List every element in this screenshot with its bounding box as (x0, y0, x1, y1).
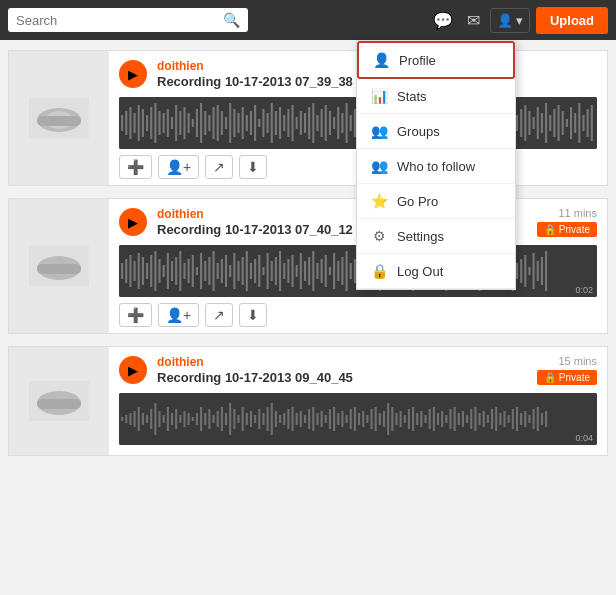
svg-rect-115 (578, 103, 580, 143)
track-user-2: doithien (157, 207, 353, 221)
svg-rect-174 (333, 253, 335, 289)
dropdown-item-groups[interactable]: 👥 Groups (357, 114, 515, 149)
dropdown-label-settings: Settings (397, 229, 444, 244)
download-btn-1[interactable]: ⬇ (239, 155, 267, 179)
svg-rect-329 (533, 409, 535, 429)
dropdown-item-settings[interactable]: ⚙ Settings (357, 219, 515, 254)
stats-icon: 📊 (371, 88, 387, 104)
play-button-2[interactable]: ▶ (119, 208, 147, 236)
svg-rect-42 (275, 111, 277, 135)
svg-rect-132 (158, 259, 160, 283)
svg-rect-250 (204, 413, 206, 425)
dropdown-item-stats[interactable]: 📊 Stats (357, 79, 515, 114)
svg-rect-290 (370, 409, 372, 429)
svg-rect-261 (250, 411, 252, 427)
chevron-down-icon: ▾ (516, 13, 523, 28)
svg-rect-24 (200, 103, 202, 143)
svg-rect-224 (541, 257, 543, 285)
svg-rect-33 (237, 113, 239, 133)
svg-rect-178 (350, 263, 352, 279)
follow-btn-2[interactable]: 👤+ (158, 303, 199, 327)
svg-rect-240 (163, 415, 165, 423)
svg-rect-22 (192, 119, 194, 127)
track-thumb-3 (9, 347, 109, 455)
svg-rect-269 (283, 413, 285, 425)
svg-rect-317 (483, 411, 485, 427)
dropdown-item-log-out[interactable]: 🔒 Log Out (357, 254, 515, 289)
svg-rect-237 (150, 409, 152, 429)
dropdown-item-go-pro[interactable]: ⭐ Go Pro (357, 184, 515, 219)
notifications-icon-btn[interactable]: ✉ (463, 7, 484, 34)
svg-rect-222 (533, 253, 535, 289)
svg-rect-263 (258, 409, 260, 429)
play-button-1[interactable]: ▶ (119, 60, 147, 88)
svg-rect-323 (508, 415, 510, 423)
svg-rect-164 (291, 255, 293, 287)
svg-rect-44 (283, 115, 285, 131)
messages-icon-btn[interactable]: 💬 (429, 7, 457, 34)
share-btn-2[interactable]: ↗ (205, 303, 233, 327)
svg-rect-284 (346, 415, 348, 423)
dropdown-label-go-pro: Go Pro (397, 194, 438, 209)
svg-rect-219 (520, 259, 522, 283)
svg-rect-47 (296, 117, 298, 129)
svg-rect-292 (379, 413, 381, 425)
svg-rect-3 (37, 116, 81, 126)
top-navigation: 🔍 💬 ✉ 👤 ▾ Upload (0, 0, 616, 40)
svg-rect-152 (242, 257, 244, 285)
svg-rect-112 (566, 119, 568, 127)
svg-rect-268 (279, 415, 281, 423)
add-to-playlist-btn-2[interactable]: ➕ (119, 303, 152, 327)
svg-rect-144 (208, 257, 210, 285)
svg-rect-291 (375, 407, 377, 431)
svg-rect-258 (237, 415, 239, 423)
svg-rect-130 (150, 255, 152, 287)
track-title-3: Recording 10-17-2013 09_40_45 (157, 370, 353, 385)
svg-rect-148 (225, 255, 227, 287)
track-info-1: doithien Recording 10-17-2013 07_39_38 (157, 59, 353, 89)
svg-rect-328 (528, 415, 530, 423)
add-to-playlist-btn-1[interactable]: ➕ (119, 155, 152, 179)
upload-button[interactable]: Upload (536, 7, 608, 34)
main-content: ▶ doithien Recording 10-17-2013 07_39_38 (0, 40, 616, 478)
svg-rect-30 (225, 117, 227, 129)
svg-rect-167 (304, 261, 306, 281)
svg-rect-157 (262, 267, 264, 275)
svg-rect-159 (271, 261, 273, 281)
svg-rect-53 (321, 109, 323, 137)
svg-rect-332 (545, 411, 547, 427)
svg-rect-106 (541, 113, 543, 133)
svg-rect-248 (196, 413, 198, 425)
svg-rect-312 (462, 411, 464, 427)
svg-rect-145 (213, 251, 215, 291)
share-btn-1[interactable]: ↗ (205, 155, 233, 179)
svg-rect-331 (541, 413, 543, 425)
svg-rect-256 (229, 403, 231, 435)
dropdown-label-stats: Stats (397, 89, 427, 104)
svg-rect-271 (291, 407, 293, 431)
svg-rect-163 (287, 259, 289, 283)
svg-rect-228 (37, 399, 81, 409)
follow-btn-1[interactable]: 👤+ (158, 155, 199, 179)
svg-rect-14 (158, 111, 160, 135)
svg-rect-32 (233, 109, 235, 137)
dropdown-item-who-to-follow[interactable]: 👥 Who to follow (357, 149, 515, 184)
waveform-time-2: 0:02 (575, 285, 593, 295)
svg-rect-297 (400, 411, 402, 427)
search-input[interactable] (16, 13, 217, 28)
svg-rect-310 (454, 407, 456, 431)
dropdown-item-profile[interactable]: 👤 Profile (357, 41, 515, 79)
svg-rect-270 (287, 409, 289, 429)
svg-rect-274 (304, 415, 306, 423)
play-button-3[interactable]: ▶ (119, 356, 147, 384)
svg-rect-225 (545, 251, 547, 291)
user-menu-btn[interactable]: 👤 ▾ (490, 8, 530, 33)
svg-rect-109 (553, 109, 555, 137)
track-meta-right-2: 11 mins 🔒 Private (537, 207, 597, 237)
svg-rect-41 (271, 103, 273, 143)
svg-rect-246 (188, 413, 190, 425)
svg-rect-259 (242, 407, 244, 431)
svg-rect-125 (129, 255, 131, 287)
download-btn-2[interactable]: ⬇ (239, 303, 267, 327)
dropdown-label-groups: Groups (397, 124, 440, 139)
